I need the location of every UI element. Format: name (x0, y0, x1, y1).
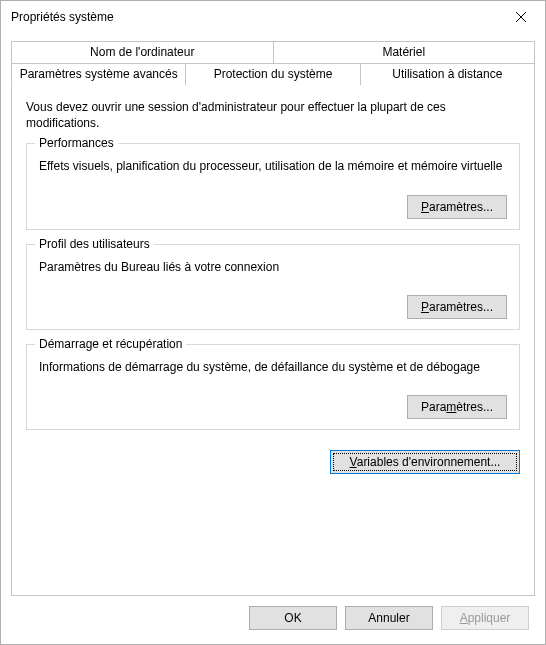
tab-advanced[interactable]: Paramètres système avancés (11, 63, 186, 86)
tab-row-2: Paramètres système avancés Protection du… (11, 63, 535, 86)
close-button[interactable] (501, 3, 541, 31)
intro-text: Vous devez ouvrir une session d'administ… (26, 99, 520, 131)
tab-row-1: Nom de l'ordinateur Matériel (11, 41, 535, 63)
close-icon (516, 12, 526, 22)
performance-settings-button[interactable]: Paramètres... (407, 195, 507, 219)
ok-button[interactable]: OK (249, 606, 337, 630)
group-performance-buttons: Paramètres... (39, 195, 507, 219)
group-performance: Performances Effets visuels, planificati… (26, 143, 520, 229)
group-startup: Démarrage et récupération Informations d… (26, 344, 520, 430)
titlebar: Propriétés système (1, 1, 545, 33)
tab-computer-name[interactable]: Nom de l'ordinateur (11, 41, 274, 63)
dialog-footer: OK Annuler Appliquer (1, 596, 545, 644)
window-title: Propriétés système (11, 10, 501, 24)
profiles-settings-button[interactable]: Paramètres... (407, 295, 507, 319)
group-profiles-buttons: Paramètres... (39, 295, 507, 319)
cancel-button[interactable]: Annuler (345, 606, 433, 630)
group-profiles-desc: Paramètres du Bureau liés à votre connex… (39, 259, 507, 275)
tab-remote[interactable]: Utilisation à distance (361, 63, 535, 86)
startup-settings-button[interactable]: Paramètres... (407, 395, 507, 419)
environment-variables-button[interactable]: Variables d'environnement... (330, 450, 520, 474)
env-row: Variables d'environnement... (26, 450, 520, 474)
system-properties-window: Propriétés système Nom de l'ordinateur M… (0, 0, 546, 645)
tab-system-protection[interactable]: Protection du système (186, 63, 360, 86)
advanced-panel: Vous devez ouvrir une session d'administ… (11, 85, 535, 596)
apply-button[interactable]: Appliquer (441, 606, 529, 630)
group-profiles-legend: Profil des utilisateurs (35, 237, 154, 251)
group-startup-desc: Informations de démarrage du système, de… (39, 359, 507, 375)
tabs-area: Nom de l'ordinateur Matériel Paramètres … (1, 33, 545, 596)
group-performance-desc: Effets visuels, planification du process… (39, 158, 507, 174)
tab-hardware[interactable]: Matériel (274, 41, 536, 63)
group-startup-buttons: Paramètres... (39, 395, 507, 419)
group-startup-legend: Démarrage et récupération (35, 337, 186, 351)
group-profiles: Profil des utilisateurs Paramètres du Bu… (26, 244, 520, 330)
group-performance-legend: Performances (35, 136, 118, 150)
